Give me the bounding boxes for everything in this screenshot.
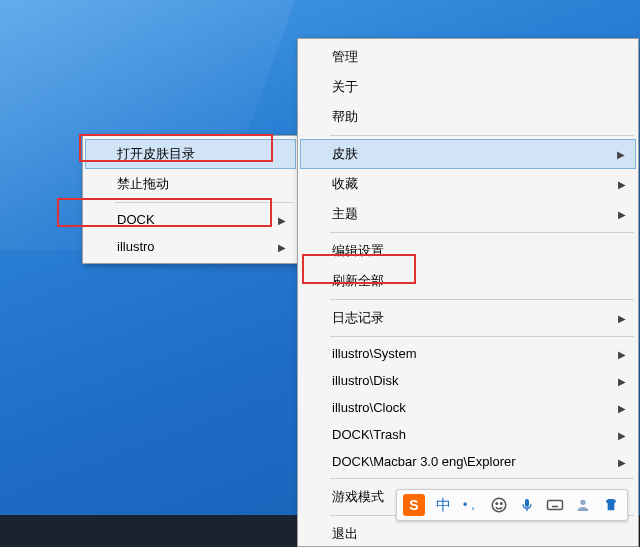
menu-illustro-system[interactable]: illustro\System▶: [300, 340, 636, 367]
menu-item-label: 主题: [332, 205, 358, 223]
menu-logging[interactable]: 日志记录▶: [300, 303, 636, 333]
chevron-right-icon: ▶: [618, 348, 626, 359]
ime-lang-indicator[interactable]: 中: [433, 495, 453, 515]
menu-separator: [330, 232, 634, 233]
menu-dock-trash[interactable]: DOCK\Trash▶: [300, 421, 636, 448]
chevron-right-icon: ▶: [617, 149, 625, 160]
ime-toolbar[interactable]: S 中 •，: [396, 489, 628, 521]
skin-submenu: 打开皮肤目录 禁止拖动 DOCK ▶ illustro ▶: [82, 135, 299, 264]
svg-point-10: [580, 500, 585, 505]
menu-item-label: 收藏: [332, 175, 358, 193]
menu-exit[interactable]: 退出: [300, 519, 636, 547]
chevron-right-icon: ▶: [618, 313, 626, 324]
menu-favorites[interactable]: 收藏▶: [300, 169, 636, 199]
menu-refresh-all[interactable]: 刷新全部: [300, 266, 636, 296]
menu-item-label: 管理: [332, 48, 358, 66]
menu-item-label: 打开皮肤目录: [117, 145, 195, 163]
chevron-right-icon: ▶: [618, 209, 626, 220]
menu-separator: [330, 336, 634, 337]
keyboard-icon[interactable]: [545, 495, 565, 515]
menu-item-label: DOCK\Macbar 3.0 eng\Explorer: [332, 454, 516, 469]
microphone-icon[interactable]: [517, 495, 537, 515]
menu-edit-settings[interactable]: 编辑设置: [300, 236, 636, 266]
menu-item-label: 编辑设置: [332, 242, 384, 260]
menu-help[interactable]: 帮助: [300, 102, 636, 132]
menu-item-label: 皮肤: [332, 145, 358, 163]
menu-skin[interactable]: 皮肤▶: [300, 139, 636, 169]
menu-item-label: 日志记录: [332, 309, 384, 327]
menu-item-label: 刷新全部: [332, 272, 384, 290]
ime-punct-indicator[interactable]: •，: [461, 495, 481, 515]
skin-icon[interactable]: [601, 495, 621, 515]
menu-illustro-clock[interactable]: illustro\Clock▶: [300, 394, 636, 421]
menu-item-label: 退出: [332, 525, 358, 543]
submenu-dock[interactable]: DOCK ▶: [85, 206, 296, 233]
menu-item-label: 关于: [332, 78, 358, 96]
menu-item-label: illustro\Clock: [332, 400, 406, 415]
menu-separator: [330, 135, 634, 136]
menu-item-label: illustro\System: [332, 346, 417, 361]
chevron-right-icon: ▶: [278, 241, 286, 252]
submenu-open-skin-dir[interactable]: 打开皮肤目录: [85, 139, 296, 169]
menu-item-label: illustro: [117, 239, 155, 254]
sogou-logo-icon[interactable]: S: [403, 494, 425, 516]
user-icon[interactable]: [573, 495, 593, 515]
menu-dock-macbar-explorer[interactable]: DOCK\Macbar 3.0 eng\Explorer▶: [300, 448, 636, 475]
chevron-right-icon: ▶: [618, 456, 626, 467]
menu-item-label: DOCK: [117, 212, 155, 227]
menu-item-label: 禁止拖动: [117, 175, 169, 193]
svg-point-2: [501, 503, 503, 505]
menu-item-label: illustro\Disk: [332, 373, 398, 388]
submenu-disable-drag[interactable]: 禁止拖动: [85, 169, 296, 199]
menu-item-label: 帮助: [332, 108, 358, 126]
chevron-right-icon: ▶: [618, 375, 626, 386]
menu-separator: [330, 478, 634, 479]
submenu-illustro[interactable]: illustro ▶: [85, 233, 296, 260]
chevron-right-icon: ▶: [618, 429, 626, 440]
menu-illustro-disk[interactable]: illustro\Disk▶: [300, 367, 636, 394]
svg-point-1: [496, 503, 498, 505]
chevron-right-icon: ▶: [618, 402, 626, 413]
menu-about[interactable]: 关于: [300, 72, 636, 102]
menu-separator: [115, 202, 294, 203]
menu-item-label: 游戏模式: [332, 488, 384, 506]
svg-point-0: [492, 498, 506, 512]
emoji-icon[interactable]: [489, 495, 509, 515]
svg-rect-4: [548, 501, 563, 510]
menu-item-label: DOCK\Trash: [332, 427, 406, 442]
svg-rect-3: [525, 499, 529, 507]
menu-separator: [330, 299, 634, 300]
menu-manage[interactable]: 管理: [300, 42, 636, 72]
menu-themes[interactable]: 主题▶: [300, 199, 636, 229]
context-menu: 管理 关于 帮助 皮肤▶ 收藏▶ 主题▶ 编辑设置 刷新全部 日志记录▶ ill…: [297, 38, 639, 547]
chevron-right-icon: ▶: [278, 214, 286, 225]
chevron-right-icon: ▶: [618, 179, 626, 190]
